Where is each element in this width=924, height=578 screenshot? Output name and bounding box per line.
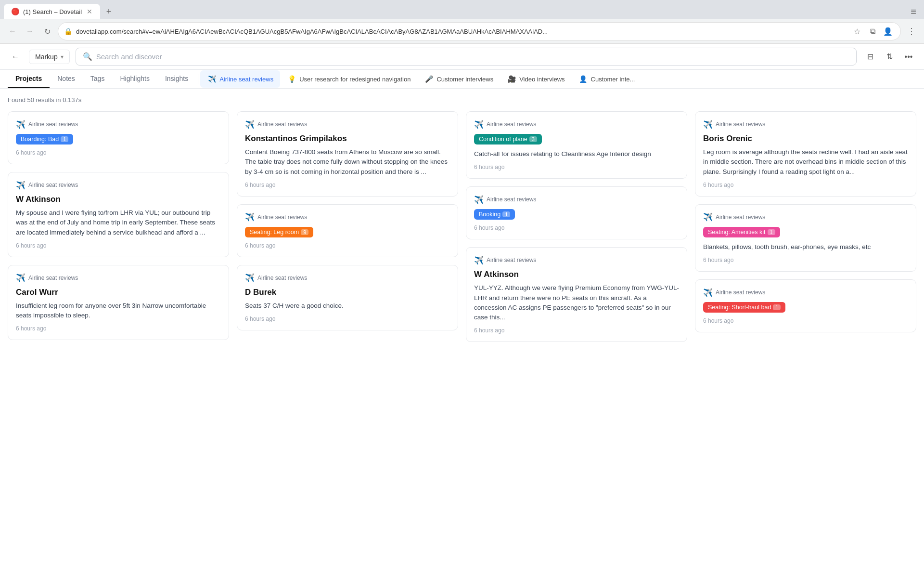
card-time: 6 hours ago	[16, 242, 221, 249]
tag-label: Booking	[479, 211, 500, 218]
card-d-burek[interactable]: ✈️ Airline seat reviews D Burek Seats 37…	[237, 265, 458, 330]
source-label: Airline seat reviews	[28, 121, 78, 128]
airline-seat-icon: ✈️	[207, 74, 217, 84]
address-bar-row: ← → ↻ 🔒 dovetailapp.com/search#v=ewAiAHE…	[0, 19, 924, 43]
tab-more-button[interactable]: ≡	[907, 6, 920, 17]
card-time: 6 hours ago	[245, 315, 450, 322]
tag-count: 3	[529, 136, 537, 142]
back-arrow-icon: ←	[12, 53, 19, 61]
card-column-3: ✈️ Airline seat reviews Condition of pla…	[466, 111, 687, 342]
tab-tags[interactable]: Tags	[83, 70, 113, 88]
card-seating-amenities[interactable]: ✈️ Airline seat reviews Seating: Ameniti…	[695, 204, 916, 272]
card-body: Content Boeing 737-800 seats from Athens…	[245, 147, 450, 177]
project-tab-customer-inte[interactable]: 👤 Customer inte...	[572, 70, 642, 88]
filter-button[interactable]: ⊟	[862, 49, 878, 65]
source-icon: ✈️	[474, 255, 484, 265]
search-icon: 🔍	[83, 52, 92, 61]
card-body: YUL-YYZ. Although we were flying Premium…	[474, 283, 679, 322]
app-nav: ← Markup ▾ 🔍 Search and discover ⊟ ⇅ •••	[0, 44, 924, 70]
incognito-button[interactable]: 👤	[881, 25, 895, 38]
card-source: ✈️ Airline seat reviews	[703, 288, 908, 297]
tab-notes[interactable]: Notes	[50, 70, 83, 88]
sort-button[interactable]: ⇅	[882, 49, 897, 65]
project-tab-video-interviews[interactable]: 🎥 Video interviews	[500, 70, 571, 88]
tab-projects[interactable]: Projects	[8, 70, 50, 88]
card-time: 6 hours ago	[16, 325, 221, 332]
card-boarding-bad[interactable]: ✈️ Airline seat reviews Boarding: Bad 1 …	[8, 111, 229, 164]
card-condition-plane[interactable]: ✈️ Airline seat reviews Condition of pla…	[466, 111, 687, 179]
card-time: 6 hours ago	[245, 242, 450, 249]
nav-back-button[interactable]: ←	[8, 49, 23, 65]
back-button[interactable]: ←	[6, 25, 19, 38]
card-time: 6 hours ago	[16, 149, 221, 156]
close-tab-button[interactable]: ✕	[87, 8, 92, 15]
booking-tag[interactable]: Booking 1	[474, 209, 515, 220]
card-seating-leg-room[interactable]: ✈️ Airline seat reviews Seating: Leg roo…	[237, 204, 458, 257]
source-icon: ✈️	[16, 119, 26, 129]
source-label: Airline seat reviews	[487, 257, 536, 263]
boarding-bad-tag[interactable]: Boarding: Bad 1	[16, 134, 73, 144]
source-icon: ✈️	[245, 119, 255, 129]
address-bar[interactable]: 🔒 dovetailapp.com/search#v=ewAiAHEAIgA6A…	[58, 22, 901, 40]
card-boris-orenic[interactable]: ✈️ Airline seat reviews Boris Orenic Leg…	[695, 111, 916, 197]
card-body: Blankets, pillows, tooth brush, ear-phon…	[703, 242, 908, 252]
amenities-tag[interactable]: Seating: Amenities kit 1	[703, 227, 780, 237]
card-seating-short-haul[interactable]: ✈️ Airline seat reviews Seating: Short-h…	[695, 279, 916, 332]
project-tab-customer-interviews[interactable]: 🎤 Customer interviews	[417, 70, 500, 88]
tab-divider	[198, 74, 198, 84]
lock-icon: 🔒	[64, 27, 72, 35]
browser-chrome: 🔴 (1) Search – Dovetail ✕ + ≡ ← → ↻ 🔒 do…	[0, 0, 924, 44]
active-tab[interactable]: 🔴 (1) Search – Dovetail ✕	[4, 4, 100, 19]
project-tab-user-research[interactable]: 💡 User research for redesigned navigatio…	[280, 70, 417, 88]
source-label: Airline seat reviews	[257, 214, 307, 221]
card-source: ✈️ Airline seat reviews	[16, 180, 221, 190]
source-icon: ✈️	[703, 288, 713, 297]
leg-room-tag[interactable]: Seating: Leg room 9	[245, 227, 313, 237]
card-booking[interactable]: ✈️ Airline seat reviews Booking 1 6 hour…	[466, 186, 687, 239]
search-bar[interactable]: 🔍 Search and discover	[76, 48, 857, 66]
card-w-atkinson-1[interactable]: ✈️ Airline seat reviews W Atkinson My sp…	[8, 172, 229, 257]
tag-count: 1	[768, 229, 775, 235]
short-haul-tag[interactable]: Seating: Short-haul bad 1	[703, 302, 785, 313]
video-interviews-icon: 🎥	[507, 74, 516, 84]
tag-count: 1	[502, 211, 510, 217]
app: ← Markup ▾ 🔍 Search and discover ⊟ ⇅ •••…	[0, 44, 924, 350]
customer-interviews-icon: 🎤	[424, 74, 434, 84]
card-time: 6 hours ago	[703, 257, 908, 263]
search-input[interactable]: Search and discover	[96, 53, 849, 61]
customer-inte-label: Customer inte...	[591, 76, 635, 83]
card-source: ✈️ Airline seat reviews	[245, 119, 450, 129]
card-source: ✈️ Airline seat reviews	[245, 273, 450, 283]
extension-button[interactable]: ⧉	[866, 25, 879, 38]
source-icon: ✈️	[245, 273, 255, 283]
source-label: Airline seat reviews	[257, 275, 307, 281]
customer-interviews-label: Customer interviews	[436, 76, 493, 83]
source-label: Airline seat reviews	[716, 214, 765, 221]
card-title: Konstantinos Grimpilakos	[245, 134, 450, 144]
tab-bar: 🔴 (1) Search – Dovetail ✕ + ≡	[0, 0, 924, 19]
tag-label: Condition of plane	[479, 136, 527, 143]
card-w-atkinson-2[interactable]: ✈️ Airline seat reviews W Atkinson YUL-Y…	[466, 247, 687, 342]
card-source: ✈️ Airline seat reviews	[245, 212, 450, 222]
menu-button[interactable]: ⋮	[905, 25, 918, 38]
new-tab-button[interactable]: +	[102, 5, 116, 18]
card-konstantinos[interactable]: ✈️ Airline seat reviews Konstantinos Gri…	[237, 111, 458, 197]
project-tab-airline-seat[interactable]: ✈️ Airline seat reviews	[200, 70, 280, 88]
bookmark-button[interactable]: ☆	[850, 25, 864, 38]
workspace-label: Markup	[35, 53, 58, 61]
workspace-selector[interactable]: Markup ▾	[29, 50, 70, 64]
cards-grid: ✈️ Airline seat reviews Boarding: Bad 1 …	[8, 111, 916, 342]
main-content: Found 50 results in 0.137s ✈️ Airline se…	[0, 89, 924, 350]
card-carol-wurr[interactable]: ✈️ Airline seat reviews Carol Wurr Insuf…	[8, 265, 229, 341]
card-time: 6 hours ago	[474, 224, 679, 231]
card-title: D Burek	[245, 288, 450, 297]
address-text: dovetailapp.com/search#v=ewAiAHEAIgA6ACI…	[76, 28, 847, 35]
tab-highlights[interactable]: Highlights	[112, 70, 157, 88]
forward-button[interactable]: →	[23, 25, 37, 38]
reload-button[interactable]: ↻	[40, 25, 54, 38]
card-body: Insufficient leg room for anyone over 5f…	[16, 301, 221, 321]
source-icon: ✈️	[16, 273, 26, 283]
condition-plane-tag[interactable]: Condition of plane 3	[474, 134, 542, 144]
more-options-button[interactable]: •••	[901, 49, 916, 65]
tab-insights[interactable]: Insights	[157, 70, 196, 88]
